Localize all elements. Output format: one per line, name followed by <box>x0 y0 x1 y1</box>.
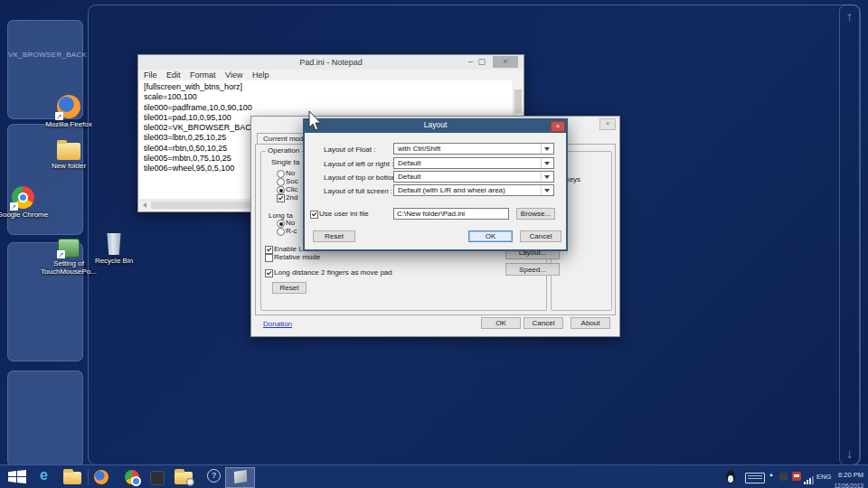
tray-icon-dark[interactable] <box>779 473 788 481</box>
row-label: Layout of Float : <box>324 145 375 154</box>
radio-none[interactable] <box>277 170 285 178</box>
internet-explorer-icon[interactable]: e <box>40 467 48 483</box>
start-button[interactable] <box>8 470 26 483</box>
scrollbar-thumb[interactable] <box>514 89 522 113</box>
combo-layout-of-float[interactable]: with Ctrl/Shift <box>393 143 554 155</box>
desktop-icon-new-folder[interactable]: New folder <box>40 140 98 170</box>
folder-icon <box>57 143 80 160</box>
about-button[interactable]: About <box>571 317 610 329</box>
ini-line: [fullscreen_with_btns_horz] <box>144 82 514 92</box>
menu-format[interactable]: Format <box>190 70 216 80</box>
desktop-icon-label: Google Chrome <box>0 211 52 219</box>
search-folder-icon[interactable] <box>175 472 193 484</box>
ini-path-input[interactable] <box>393 208 509 220</box>
combo-layout-top-bottom[interactable]: Default <box>393 171 554 183</box>
notepad-menubar: File Edit Format View Help <box>140 70 272 80</box>
network-icon[interactable] <box>804 472 814 488</box>
dropdown-arrow-icon <box>541 185 553 195</box>
reset-button[interactable]: Reset <box>272 282 307 294</box>
desktop-icon-google-chrome[interactable]: ↗ Google Chrome <box>0 186 52 219</box>
row-label: Layout of full screen : <box>324 187 392 195</box>
desktop-icon-recycle-bin[interactable]: Recycle Bin <box>85 233 143 265</box>
combo-layout-left-right[interactable]: Default <box>393 157 554 169</box>
notepad-title: Pad.ini - Notepad <box>299 58 363 67</box>
file-explorer-icon[interactable] <box>63 472 81 484</box>
groupbox-label: Operation <box>266 146 301 155</box>
menu-view[interactable]: View <box>225 70 242 80</box>
date-label: 12/26/2013 <box>834 483 863 488</box>
action-center-icon[interactable] <box>792 472 801 481</box>
cancel-button[interactable]: Cancel <box>524 317 563 329</box>
dropdown-arrow-icon <box>541 158 553 168</box>
checkbox-2nd[interactable] <box>277 194 285 202</box>
firefox-icon: ↗ <box>57 95 80 118</box>
browse-button[interactable]: Browse... <box>516 208 555 220</box>
hidden-icons-chevron[interactable]: ▲ <box>769 472 774 477</box>
menu-edit[interactable]: Edit <box>166 70 181 80</box>
shortcut-arrow-icon: ↗ <box>55 112 63 120</box>
row-label: Layout of top or bottom : <box>324 174 402 182</box>
clock[interactable]: 6:20 PM 12/26/2013 <box>830 468 863 488</box>
app-icon-dark[interactable] <box>150 471 165 485</box>
checkbox-enable[interactable] <box>265 246 273 254</box>
firefox-taskbar-icon[interactable] <box>94 470 108 484</box>
scroll-left-icon[interactable] <box>143 202 146 208</box>
cancel-button[interactable]: Cancel <box>520 230 561 242</box>
checkbox-use-ini[interactable] <box>310 211 318 219</box>
active-task-touchmouse[interactable] <box>225 467 255 488</box>
ok-button[interactable]: OK <box>481 317 521 329</box>
radio-rclick[interactable] <box>277 228 285 236</box>
desktop-icon-firefox[interactable]: ↗ Mozilla Firefox <box>40 95 98 128</box>
shortcut-arrow-icon: ↗ <box>57 250 65 258</box>
desktop-icon-label: Recycle Bin <box>85 257 143 265</box>
checkbox-long-distance[interactable] <box>265 269 273 277</box>
layout-dialog: Layout × Layout of Float : with Ctrl/Shi… <box>303 118 568 251</box>
desktop-icon-label: New folder <box>40 162 98 170</box>
combo-layout-full-screen[interactable]: Default (with L/R and wheel area) <box>393 184 554 196</box>
wheel-up-icon: ↑ <box>840 10 859 23</box>
dropdown-arrow-icon <box>541 144 553 154</box>
radio-click[interactable] <box>277 186 285 194</box>
tray-touchmouse-icon[interactable] <box>725 470 736 487</box>
touch-keyboard-icon[interactable] <box>745 473 765 483</box>
menu-file[interactable]: File <box>144 70 157 80</box>
desktop-icon-label: Mozilla Firefox <box>40 120 98 128</box>
wheel-down-icon: ↓ <box>840 447 859 460</box>
layout-dialog-titlebar[interactable]: Layout × <box>303 118 568 133</box>
taskbar-separator <box>88 469 89 484</box>
taskbar: e ? ▲ <box>0 465 868 488</box>
overlay-wheel-strip[interactable]: ↑ ↓ <box>839 5 860 465</box>
row-label: Layout of left or right : <box>324 160 393 168</box>
speed-button[interactable]: Speed... <box>505 263 560 276</box>
notepad-titlebar[interactable]: Pad.ini - Notepad <box>138 55 524 70</box>
radio-so[interactable] <box>277 178 285 186</box>
language-indicator[interactable]: ENG <box>816 473 831 481</box>
reset-button[interactable]: Reset <box>313 230 355 242</box>
use-ini-label: Use user ini file <box>319 210 369 218</box>
touchmouse-app-icon <box>233 470 246 483</box>
radio-long-none[interactable] <box>277 220 285 228</box>
checkbox-relative-mode[interactable] <box>265 254 273 262</box>
ok-button[interactable]: OK <box>468 230 513 242</box>
donation-link[interactable]: Donation <box>263 320 292 328</box>
help-icon[interactable]: ? <box>207 469 221 483</box>
chrome-taskbar-icon[interactable] <box>125 470 139 484</box>
close-button[interactable]: × <box>551 121 565 132</box>
chrome-icon: ↗ <box>12 186 34 209</box>
minimize-button[interactable]: – <box>468 57 473 66</box>
maximize-button[interactable]: ▢ <box>477 57 486 66</box>
recycle-bin-icon <box>106 233 122 255</box>
ini-line: tile000=padframe,10,0,90,100 <box>144 103 514 113</box>
overlay-tile-middle-button[interactable] <box>7 371 83 467</box>
menu-help[interactable]: Help <box>252 70 269 80</box>
shortcut-arrow-icon: ↗ <box>10 202 18 211</box>
close-button[interactable]: × <box>599 118 616 130</box>
ini-line: scale=100,100 <box>144 92 514 102</box>
touchmouse-setting-icon: ↗ <box>58 239 80 258</box>
dropdown-arrow-icon <box>541 172 553 182</box>
single-tap-label: Single ta <box>271 158 299 166</box>
close-button[interactable]: × <box>493 56 518 68</box>
mouse-cursor <box>308 111 324 136</box>
dialog-title: Layout <box>303 118 568 132</box>
time-label: 6:20 PM <box>838 471 863 479</box>
